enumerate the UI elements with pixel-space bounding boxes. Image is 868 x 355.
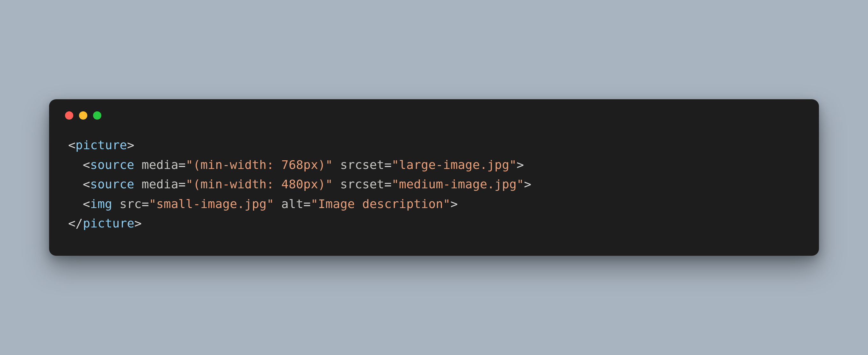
- code-token-attr: media: [142, 158, 178, 172]
- code-token-punct: <: [83, 197, 90, 211]
- code-block: <picture> <source media="(min-width: 768…: [49, 126, 819, 237]
- code-token-tag: picture: [83, 216, 134, 230]
- code-token-punct: <: [68, 138, 75, 152]
- code-token-punct: [134, 158, 142, 172]
- code-token-attr: srcset: [340, 177, 384, 191]
- code-token-punct: =: [179, 177, 186, 191]
- code-line: <source media="(min-width: 480px)" srcse…: [68, 175, 800, 194]
- window-titlebar: [49, 99, 819, 126]
- code-token-str: "large-image.jpg": [392, 158, 517, 172]
- code-line: <img src="small-image.jpg" alt="Image de…: [68, 194, 800, 214]
- code-line: <picture>: [68, 136, 800, 155]
- code-line: <source media="(min-width: 768px)" srcse…: [68, 155, 800, 175]
- code-token-punct: =: [142, 197, 149, 211]
- code-token-punct: =: [303, 197, 311, 211]
- code-token-tag: source: [90, 177, 134, 191]
- code-token-str: "small-image.jpg": [149, 197, 274, 211]
- code-token-attr: alt: [281, 197, 303, 211]
- code-token-attr: src: [120, 197, 142, 211]
- code-token-str: "Image description": [311, 197, 450, 211]
- code-token-tag: picture: [75, 138, 127, 152]
- code-token-punct: [274, 197, 281, 211]
- code-token-tag: source: [90, 158, 134, 172]
- code-token-punct: =: [384, 158, 392, 172]
- window-close-button[interactable]: [65, 111, 73, 119]
- code-token-str: "(min-width: 480px)": [186, 177, 333, 191]
- code-token-punct: [333, 158, 340, 172]
- code-token-punct: >: [517, 158, 524, 172]
- code-token-punct: =: [179, 158, 186, 172]
- code-token-punct: [112, 197, 120, 211]
- code-token-punct: <: [83, 158, 90, 172]
- code-token-attr: srcset: [340, 158, 384, 172]
- code-token-punct: >: [451, 197, 458, 211]
- code-token-punct: [333, 177, 340, 191]
- code-token-punct: [134, 177, 142, 191]
- code-token-punct: >: [524, 177, 531, 191]
- window-minimize-button[interactable]: [79, 111, 87, 119]
- code-token-punct: >: [134, 216, 142, 230]
- window-maximize-button[interactable]: [93, 111, 101, 119]
- code-token-punct: </: [68, 216, 83, 230]
- code-token-str: "(min-width: 768px)": [186, 158, 333, 172]
- code-token-attr: media: [142, 177, 178, 191]
- code-token-str: "medium-image.jpg": [392, 177, 524, 191]
- code-token-tag: img: [90, 197, 112, 211]
- code-token-punct: <: [83, 177, 90, 191]
- code-line: </picture>: [68, 214, 800, 234]
- code-token-punct: =: [384, 177, 392, 191]
- code-token-punct: >: [127, 138, 134, 152]
- code-window: <picture> <source media="(min-width: 768…: [49, 99, 819, 256]
